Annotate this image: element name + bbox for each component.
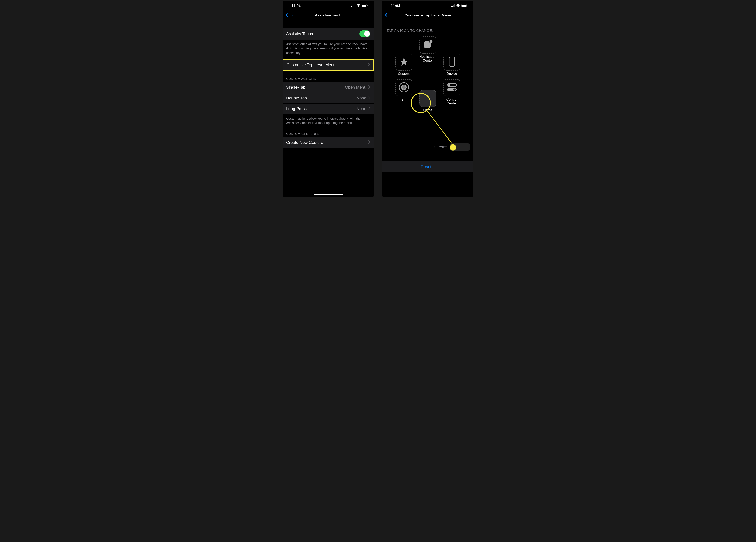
svg-rect-0 xyxy=(351,6,352,7)
control-center-icon xyxy=(447,83,457,93)
chevron-right-icon xyxy=(368,85,370,90)
actions-footer: Custom actions allow you to interact dir… xyxy=(283,114,374,129)
status-icons xyxy=(351,4,368,8)
double-tap-label: Double-Tap xyxy=(286,96,307,100)
icon-caption: Custom xyxy=(395,72,413,76)
gesture-label: Create New Gesture... xyxy=(286,140,327,145)
svg-rect-12 xyxy=(462,5,466,7)
home-indicator[interactable] xyxy=(314,194,343,195)
chevron-left-icon xyxy=(385,13,387,18)
icon-slot-notification-center[interactable]: Notification Center xyxy=(419,36,437,63)
svg-point-15 xyxy=(429,40,432,43)
icon-caption: Control Center xyxy=(443,98,461,106)
toggle-switch[interactable] xyxy=(359,30,370,37)
icon-caption: Device xyxy=(443,72,461,76)
svg-rect-5 xyxy=(362,5,366,7)
back-label: Touch xyxy=(289,13,298,18)
status-icons xyxy=(451,4,467,8)
icon-slot-home[interactable]: — Home xyxy=(419,90,437,112)
single-tap-value: Open Menu xyxy=(345,85,366,90)
highlight-annotation: Customize Top Level Menu xyxy=(283,59,374,71)
phone-left: 11:04 Touch AssistiveTouch AssistiveTouc… xyxy=(283,1,374,197)
reset-link: Reset... xyxy=(421,164,435,169)
phone-right: 11:04 Customize Top Level Menu TAP AN IC… xyxy=(382,1,473,197)
svg-point-23 xyxy=(453,89,456,91)
icon-slot-control-center[interactable]: Control Center xyxy=(443,79,461,106)
page-title: Customize Top Level Menu xyxy=(382,13,473,18)
icon-slot-siri[interactable]: Siri xyxy=(395,79,413,102)
icon-caption: Home xyxy=(419,108,437,112)
assistivetouch-toggle-row[interactable]: AssistiveTouch xyxy=(283,28,374,40)
tap-label: TAP AN ICON TO CHANGE: xyxy=(382,20,473,36)
back-button[interactable] xyxy=(385,13,387,18)
battery-icon xyxy=(461,4,467,8)
stepper-minus-button[interactable]: − xyxy=(450,144,460,151)
create-gesture-row[interactable]: Create New Gesture... xyxy=(283,137,374,148)
svg-rect-9 xyxy=(453,5,454,7)
svg-rect-1 xyxy=(353,6,353,7)
icon-caption: Notification Center xyxy=(419,55,437,63)
svg-point-21 xyxy=(448,84,450,86)
status-bar: 11:04 xyxy=(382,1,473,11)
signal-icon xyxy=(351,4,355,8)
signal-icon xyxy=(451,4,455,8)
back-button[interactable]: Touch xyxy=(285,13,298,18)
minus-icon: — xyxy=(425,95,431,102)
device-icon xyxy=(449,57,455,68)
long-press-row[interactable]: Long Press None xyxy=(283,104,374,114)
customize-top-level-menu-row[interactable]: Customize Top Level Menu xyxy=(283,60,373,70)
toggle-footer: AssistiveTouch allows you to use your iP… xyxy=(283,40,374,59)
wifi-icon xyxy=(357,4,360,8)
icon-count-stepper: − + xyxy=(450,144,470,151)
stepper-plus-button[interactable]: + xyxy=(460,144,470,151)
notification-center-icon xyxy=(423,40,433,50)
icon-slot-custom[interactable]: Custom xyxy=(395,54,413,76)
custom-gestures-header: CUSTOM GESTURES xyxy=(283,129,374,137)
long-press-value: None xyxy=(357,106,366,111)
chevron-right-icon xyxy=(368,96,370,100)
status-time: 11:04 xyxy=(291,4,300,8)
chevron-left-icon xyxy=(285,13,288,18)
svg-rect-13 xyxy=(467,5,467,6)
star-icon xyxy=(399,57,409,67)
status-time: 11:04 xyxy=(391,4,400,8)
reset-row[interactable]: Reset... xyxy=(382,162,473,172)
content-right: TAP AN ICON TO CHANGE: Notification Cent… xyxy=(382,20,473,172)
icon-count: 6 Icons xyxy=(434,145,447,150)
nav-header-left: Touch AssistiveTouch xyxy=(283,11,374,20)
battery-icon xyxy=(362,4,368,8)
double-tap-value: None xyxy=(357,96,366,100)
svg-rect-2 xyxy=(354,5,354,7)
svg-rect-16 xyxy=(449,57,455,66)
chevron-right-icon xyxy=(368,141,370,145)
double-tap-row[interactable]: Double-Tap None xyxy=(283,93,374,104)
long-press-label: Long Press xyxy=(286,106,307,111)
single-tap-row[interactable]: Single-Tap Open Menu xyxy=(283,82,374,93)
custom-actions-header: CUSTOM ACTIONS xyxy=(283,71,374,82)
icon-count-row: 6 Icons − + xyxy=(382,141,473,153)
nav-header-right: Customize Top Level Menu xyxy=(382,11,473,20)
toggle-row-label: AssistiveTouch xyxy=(286,31,313,36)
chevron-right-icon xyxy=(368,107,370,111)
svg-rect-8 xyxy=(452,6,453,7)
single-tap-label: Single-Tap xyxy=(286,85,305,90)
customize-label: Customize Top Level Menu xyxy=(287,63,336,67)
status-bar: 11:04 xyxy=(283,1,374,11)
svg-rect-6 xyxy=(367,5,368,6)
wifi-icon xyxy=(456,4,460,8)
icon-grid: Notification Center Custom Device xyxy=(395,36,461,116)
svg-rect-7 xyxy=(451,6,452,7)
svg-rect-10 xyxy=(454,4,455,7)
content-left: AssistiveTouch AssistiveTouch allows you… xyxy=(283,20,374,148)
chevron-right-icon xyxy=(368,63,370,67)
svg-rect-3 xyxy=(355,4,355,7)
icon-slot-device[interactable]: Device xyxy=(443,54,461,76)
siri-icon xyxy=(399,82,409,93)
icon-caption: Siri xyxy=(395,98,413,102)
